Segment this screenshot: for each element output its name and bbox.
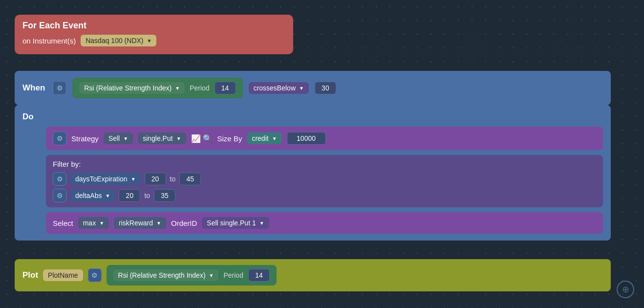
when-label: When [22,83,45,93]
filter2-field-dropdown[interactable]: deltaAbs ▼ [70,190,115,201]
for-each-title: For Each Event [22,21,285,31]
when-rsi-block: Rsi (Relative Strength Index) ▼ Period 1… [72,78,242,98]
filter2-field-arrow: ▼ [105,193,110,198]
when-period-label: Period [190,84,209,92]
credit-dropdown[interactable]: credit ▼ [247,132,281,144]
select-field-arrow: ▼ [156,220,161,226]
when-condition-arrow: ▼ [299,86,304,91]
filter2-gear-icon[interactable]: ⚙ [53,189,66,202]
size-value[interactable]: 10000 [287,132,326,145]
instrument-label: on Instrument(s) [22,37,76,45]
sell-dropdown[interactable]: Sell ▼ [104,132,133,144]
for-each-block: For Each Event on Instrument(s) Nasdaq 1… [15,15,293,54]
filter-container: Filter by: ⚙ daysToExpiration ▼ 20 to 45 [46,155,603,207]
sell-arrow: ▼ [123,136,128,141]
size-by-label: Size By [217,134,242,143]
plot-period-value[interactable]: 14 [248,269,270,282]
plot-rsi-block: Rsi (Relative Strength Index) ▼ Period 1… [107,265,277,286]
plot-rsi-dropdown[interactable]: Rsi (Relative Strength Index) ▼ [113,269,219,281]
filter1-max-value[interactable]: 45 [179,173,201,185]
strategy-gear-icon[interactable]: ⚙ [53,132,66,145]
select-container: Select max ▼ riskReward ▼ OrderID Sell s… [46,212,603,234]
credit-arrow: ▼ [272,136,277,141]
plot-rsi-arrow: ▼ [209,273,214,278]
filter2-min-value[interactable]: 20 [119,189,140,202]
chart-search-icon: 🔍 [203,134,213,143]
filter1-field-dropdown[interactable]: daysToExpiration ▼ [70,173,141,185]
when-rsi-dropdown[interactable]: Rsi (Relative Strength Index) ▼ [79,82,185,94]
when-condition-dropdown[interactable]: crossesBelow ▼ [249,82,309,94]
orderid-dropdown[interactable]: Sell single.Put 1 ▼ [202,217,269,229]
filter1-to-label: to [170,175,176,183]
filter-row-1: ⚙ daysToExpiration ▼ 20 to 45 [53,172,596,186]
filter2-max-value[interactable]: 35 [154,189,175,202]
when-period-value[interactable]: 14 [215,82,236,94]
select-max-dropdown[interactable]: max ▼ [78,217,109,229]
compass-icon: ⊕ [617,281,634,298]
plot-name-dropdown[interactable]: PlotName [43,269,83,281]
chart-icons: 📈 🔍 [191,134,213,143]
filter-row-2: ⚙ deltaAbs ▼ 20 to 35 [53,189,596,202]
when-threshold-value[interactable]: 30 [315,82,336,94]
when-gear-icon[interactable]: ⚙ [53,81,66,95]
plot-gear-icon[interactable]: ⚙ [88,268,102,282]
filter2-to-label: to [144,192,150,199]
orderid-arrow: ▼ [259,220,264,226]
strategy-label: Strategy [71,134,99,143]
when-rsi-arrow: ▼ [175,86,180,91]
plot-label: Plot [22,270,38,280]
type-arrow: ▼ [176,136,181,141]
instrument-dropdown[interactable]: Nasdaq 100 (NDX) ▼ [81,35,156,46]
select-field-dropdown[interactable]: riskReward ▼ [114,217,166,229]
filter1-min-value[interactable]: 20 [145,173,166,185]
filter1-field-arrow: ▼ [131,176,136,182]
instrument-dropdown-arrow: ▼ [147,38,152,44]
do-block: Do ⚙ Strategy Sell ▼ single.Put ▼ 📈 🔍 [15,105,611,241]
chart-line-icon: 📈 [191,134,201,143]
strategy-container: ⚙ Strategy Sell ▼ single.Put ▼ 📈 🔍 Size … [46,127,603,150]
filter1-gear-icon[interactable]: ⚙ [53,172,66,186]
when-block: When ⚙ Rsi (Relative Strength Index) ▼ P… [15,71,611,105]
filter-label: Filter by: [53,160,596,168]
plot-period-label: Period [223,271,243,279]
select-label: Select [53,219,73,227]
plot-block: Plot PlotName ⚙ Rsi (Relative Strength I… [15,259,611,291]
type-dropdown[interactable]: single.Put ▼ [138,132,186,144]
orderid-label: OrderID [171,219,197,227]
select-max-arrow: ▼ [99,220,104,226]
do-label: Do [22,112,34,122]
